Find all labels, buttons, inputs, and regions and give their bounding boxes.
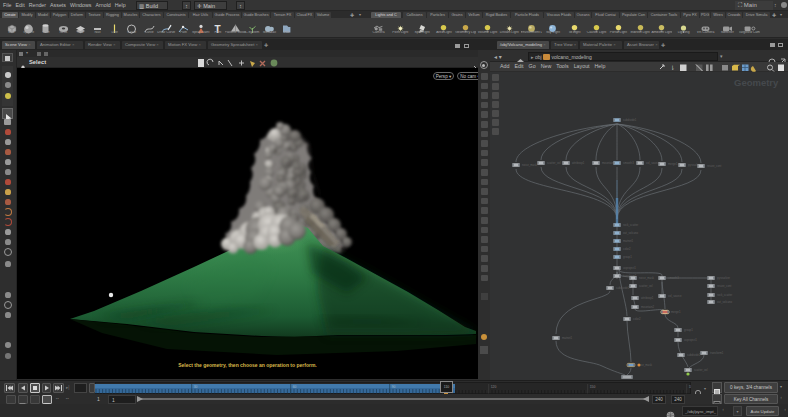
- svg-text:30: 30: [194, 385, 198, 389]
- svg-text:resize_cont: resize_cont: [707, 164, 722, 168]
- svg-text:resize_cont: resize_cont: [717, 284, 732, 288]
- svg-text:subdivide1: subdivide1: [616, 286, 630, 290]
- svg-text:subdivide1: subdivide1: [623, 118, 637, 122]
- svg-text:group1: group1: [684, 328, 693, 332]
- svg-text:120: 120: [491, 385, 497, 389]
- svg-text:scatter_vol: scatter_vol: [694, 368, 708, 372]
- svg-text:out_volcano: out_volcano: [717, 300, 733, 304]
- svg-text:noise_mask: noise_mask: [639, 276, 655, 280]
- svg-text:color2: color2: [623, 247, 631, 251]
- svg-text:color2: color2: [633, 317, 641, 321]
- svg-text:smooth3: smooth3: [668, 276, 679, 280]
- svg-text:scatter_vol: scatter_vol: [639, 284, 653, 288]
- svg-text:merge1: merge1: [671, 310, 681, 314]
- svg-text:vol_source: vol_source: [668, 294, 682, 298]
- svg-text:180: 180: [689, 385, 691, 389]
- svg-text:rock_scatter: rock_scatter: [717, 293, 732, 297]
- svg-text:rock_scatter: rock_scatter: [623, 223, 638, 227]
- svg-text:90: 90: [392, 385, 396, 389]
- svg-text:attribvop1: attribvop1: [572, 161, 585, 165]
- svg-text:transform1: transform1: [710, 351, 724, 355]
- svg-text:60: 60: [293, 385, 297, 389]
- svg-text:scatter_vol: scatter_vol: [547, 161, 561, 165]
- svg-text:matnet1: matnet1: [623, 239, 634, 243]
- svg-text:noise_mask: noise_mask: [522, 163, 538, 167]
- svg-text:150: 150: [590, 385, 596, 389]
- svg-text:merge1: merge1: [668, 162, 678, 166]
- svg-text:smooth3: smooth3: [623, 161, 634, 165]
- svg-text:matnet1: matnet1: [562, 336, 573, 340]
- svg-text:group1: group1: [623, 255, 632, 259]
- svg-text:uvproject1: uvproject1: [623, 266, 636, 270]
- svg-text:subdivide1: subdivide1: [687, 353, 701, 357]
- svg-text:⇂: ⇂: [670, 65, 675, 71]
- svg-text:mountain2: mountain2: [641, 305, 655, 309]
- svg-text:pyrosolver: pyrosolver: [717, 276, 730, 280]
- svg-text:vol_source: vol_source: [646, 161, 660, 165]
- svg-text:uvproject1: uvproject1: [684, 338, 697, 342]
- svg-text:attribvop1: attribvop1: [641, 296, 654, 300]
- svg-text:out_volcano: out_volcano: [623, 231, 639, 235]
